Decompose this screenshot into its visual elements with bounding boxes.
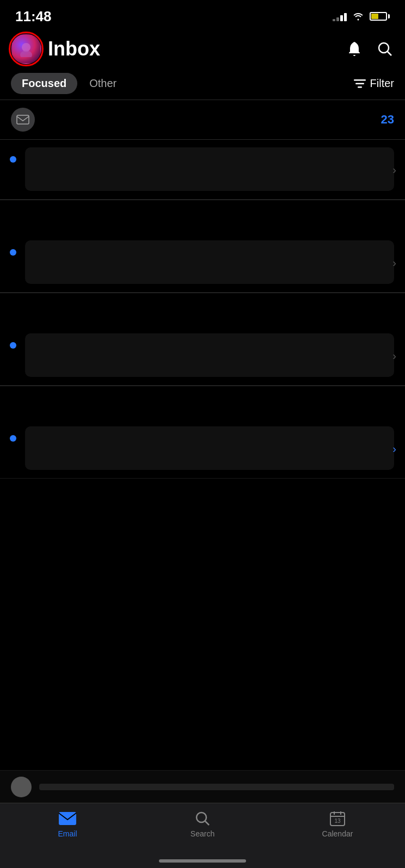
battery-icon	[370, 12, 390, 21]
tab-bar-calendar[interactable]: 13 Calendar	[270, 811, 405, 838]
email-tab-label: Email	[58, 829, 77, 838]
search-tab-icon	[193, 811, 212, 826]
chevron-right-icon-3: ›	[392, 349, 396, 362]
status-bar: 11:48	[0, 0, 405, 29]
tab-bar-search[interactable]: Search	[135, 811, 270, 838]
divider-3	[0, 293, 405, 293]
svg-rect-4	[354, 79, 366, 81]
notification-button[interactable]	[345, 40, 364, 58]
email-content-2	[25, 240, 394, 284]
folded-count: 23	[381, 113, 394, 127]
home-indicator	[159, 859, 246, 863]
svg-line-3	[388, 52, 391, 55]
calendar-tab-icon: 13	[328, 811, 347, 826]
svg-text:13: 13	[334, 818, 341, 824]
status-icons	[333, 11, 390, 21]
filter-icon	[354, 79, 366, 88]
email-item-3[interactable]: ›	[0, 326, 405, 386]
search-icon	[377, 41, 392, 57]
status-time: 11:48	[15, 8, 52, 25]
unread-dot-3	[10, 342, 16, 349]
divider-2	[0, 200, 405, 200]
search-tab-svg-icon	[195, 811, 210, 826]
header-actions	[345, 40, 394, 58]
tabs-row: Focused Other Filter	[0, 71, 405, 100]
header: Inbox	[0, 29, 405, 71]
email-content-4	[25, 426, 394, 470]
divider-4	[0, 386, 405, 386]
svg-rect-6	[358, 86, 362, 88]
folded-section-header[interactable]: 23	[0, 100, 405, 139]
tab-focused[interactable]: Focused	[11, 73, 77, 94]
search-tab-label: Search	[191, 829, 214, 838]
calendar-tab-label: Calendar	[322, 829, 353, 838]
filter-button[interactable]: Filter	[354, 77, 394, 90]
signal-icon	[333, 11, 347, 21]
mail-icon	[16, 114, 29, 125]
unread-dot-2	[10, 249, 16, 256]
svg-rect-8	[59, 812, 76, 825]
unread-dot-4	[10, 435, 16, 442]
profile-avatar[interactable]	[11, 34, 41, 64]
tab-other[interactable]: Other	[82, 73, 124, 94]
tab-bar: Email Search 13 Calendar	[0, 803, 405, 868]
svg-line-10	[205, 821, 209, 825]
email-list: 23 › › › ›	[0, 100, 405, 715]
partial-email-text	[39, 784, 394, 790]
email-item-2[interactable]: ›	[0, 233, 405, 293]
tab-bar-email[interactable]: Email	[0, 811, 135, 838]
email-tab-icon	[58, 811, 77, 826]
filter-label: Filter	[370, 77, 394, 90]
svg-rect-7	[17, 115, 29, 124]
calendar-icon: 13	[329, 810, 346, 827]
search-button[interactable]	[376, 40, 394, 58]
partial-email-item[interactable]	[0, 770, 405, 803]
mail-filled-icon	[58, 811, 77, 826]
bell-icon	[347, 41, 362, 57]
email-item-1[interactable]: ›	[0, 140, 405, 200]
folded-icon	[11, 108, 35, 132]
svg-point-2	[379, 43, 389, 53]
svg-rect-5	[355, 83, 364, 84]
page-title: Inbox	[48, 38, 345, 60]
email-item-4[interactable]: ›	[0, 419, 405, 479]
email-content-3	[25, 333, 394, 377]
unread-dot-1	[10, 156, 16, 163]
wifi-icon	[352, 12, 364, 21]
email-content-1	[25, 147, 394, 191]
chevron-right-icon-4: ›	[392, 442, 396, 455]
chevron-right-icon-1: ›	[392, 163, 396, 176]
chevron-right-icon-2: ›	[392, 256, 396, 269]
avatar-red-border	[9, 32, 44, 66]
svg-point-9	[197, 813, 206, 822]
partial-avatar	[11, 777, 32, 797]
